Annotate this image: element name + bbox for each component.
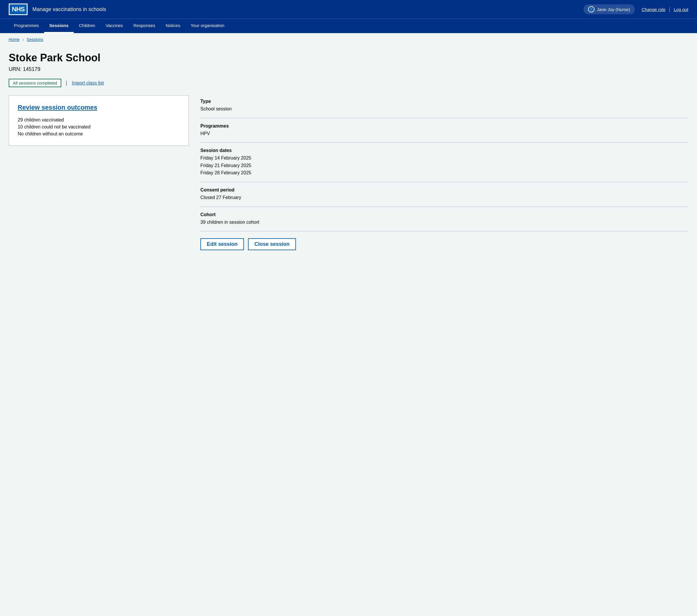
header-sep-2: | [669,6,670,13]
type-label: Type [201,99,688,104]
nav-programmes[interactable]: Programmes [9,19,44,33]
urn-label: URN: 145179 [9,66,688,72]
main-content: Stoke Park School URN: 145179 All sessio… [0,46,697,262]
user-icon: 👤 [588,6,594,13]
breadcrumb-home[interactable]: Home [9,37,19,42]
header-left: NHS Manage vaccinations in schools [9,3,106,15]
nav-notices[interactable]: Notices [160,19,185,33]
nav-children[interactable]: Children [74,19,101,33]
vaccinated-count: 29 children vaccinated [18,117,180,123]
consent-period-label: Consent period [201,187,688,193]
detail-consent-period: Consent period Closed 27 February [201,182,688,207]
session-date-2: Friday 21 February 2025 [201,162,688,170]
content-right: Type School session Programmes HPV Sessi… [201,95,688,250]
detail-cohort: Cohort 39 children in session cohort [201,207,688,232]
review-session-link[interactable]: Review session outcomes [18,104,180,111]
breadcrumb-separator: › [23,37,24,42]
user-badge: 👤 Jane Joy (Nurse) [583,4,635,14]
status-badge: All sessions completed [9,79,61,87]
programmes-label: Programmes [201,123,688,129]
nav-sessions[interactable]: Sessions [44,19,74,33]
import-class-list-button[interactable]: Import class list [72,80,104,86]
detail-session-dates: Session dates Friday 14 February 2025 Fr… [201,143,688,182]
close-session-button[interactable]: Close session [248,238,296,250]
type-value: School session [201,105,688,113]
page-title: Stoke Park School [9,52,688,64]
not-vaccinated-count: 10 children could not be vaccinated [18,123,180,130]
main-nav: Programmes Sessions Children Vaccines Re… [0,19,697,33]
session-dates-label: Session dates [201,148,688,153]
breadcrumb-sessions[interactable]: Sessions [27,37,43,42]
log-out-button[interactable]: Log out [674,7,688,12]
nhs-logo: NHS [9,3,28,15]
action-buttons: Edit session Close session [201,238,688,250]
cohort-label: Cohort [201,212,688,217]
detail-programmes: Programmes HPV [201,118,688,143]
site-title: Manage vaccinations in schools [32,6,106,13]
breadcrumb: Home › Sessions [0,33,697,46]
user-name: Jane Joy (Nurse) [597,7,630,12]
content-left: Review session outcomes 29 children vacc… [9,95,189,146]
status-divider: | [66,80,68,86]
no-outcome-count: No children without an outcome [18,130,180,137]
status-row: All sessions completed | Import class li… [9,79,688,87]
programmes-value: HPV [201,130,688,137]
cohort-value: 39 children in session cohort [201,219,688,226]
session-card: Review session outcomes 29 children vacc… [9,95,189,146]
consent-period-value: Closed 27 February [201,194,688,201]
header-right: 👤 Jane Joy (Nurse) Change role | Log out [583,4,688,14]
edit-session-button[interactable]: Edit session [201,238,244,250]
detail-type: Type School session [201,95,688,118]
nav-responses[interactable]: Responses [128,19,160,33]
site-header: NHS Manage vaccinations in schools 👤 Jan… [0,0,697,19]
nav-your-organisation[interactable]: Your organisation [185,19,229,33]
content-layout: Review session outcomes 29 children vacc… [9,95,688,250]
session-date-1: Friday 14 February 2025 [201,154,688,162]
nav-vaccines[interactable]: Vaccines [101,19,128,33]
change-role-button[interactable]: Change role [642,7,666,12]
session-date-3: Friday 28 February 2025 [201,169,688,177]
